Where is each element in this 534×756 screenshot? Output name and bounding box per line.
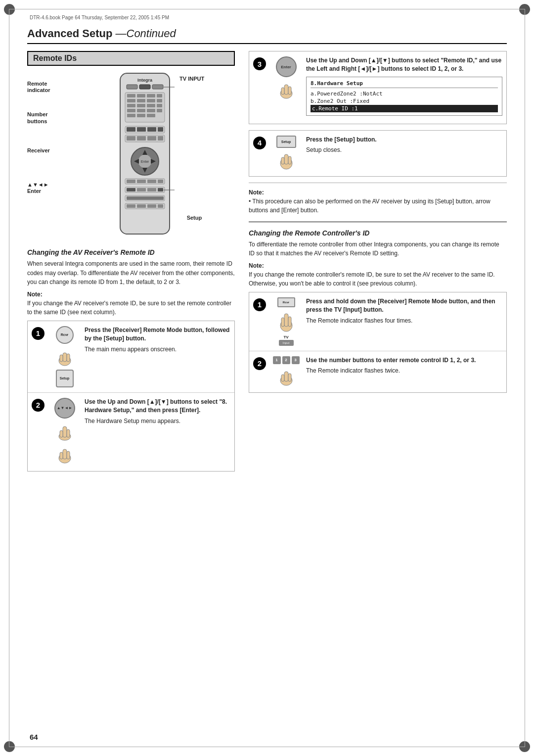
hand-icon-4	[275, 149, 297, 171]
svg-rect-56	[137, 204, 146, 208]
svg-rect-10	[127, 99, 135, 102]
svg-rect-17	[157, 104, 162, 107]
svg-rect-9	[157, 94, 162, 97]
receiver-icon-r1: Rcvr	[277, 297, 295, 307]
step1-instruction: Press the [Receiver] Remote Mode button,…	[85, 326, 230, 343]
right-note-box: Note: • This procedure can also be perfo…	[249, 183, 507, 215]
svg-rect-29	[158, 127, 163, 132]
right-note-label: Note:	[249, 189, 507, 196]
step4-description: Setup closes.	[306, 146, 502, 154]
right-step-3: 3 Enter Use the Up and Down [▲]/[▼] butt…	[249, 51, 506, 124]
remote-diagram: Remote indicator Number buttons Receiver…	[27, 71, 235, 240]
svg-rect-13	[157, 99, 162, 102]
svg-rect-32	[137, 136, 146, 141]
svg-rect-51	[158, 188, 163, 191]
right-step1-icon: Rcvr TV Input	[270, 297, 302, 346]
svg-text:Enter: Enter	[141, 160, 149, 163]
right-controller-step-2: 2 1 2 3	[249, 351, 506, 392]
setup-label: Setup	[187, 215, 202, 221]
remote-ids-header: Remote IDs	[27, 51, 235, 66]
svg-rect-62	[63, 353, 67, 362]
page-title: Advanced Setup —Continued	[27, 27, 507, 44]
left-step-1: 1 Rcvr Setup	[28, 321, 234, 393]
svg-rect-79	[288, 156, 291, 164]
left-intro-text: When several Integra components are used…	[27, 259, 235, 287]
svg-rect-58	[158, 204, 163, 208]
step3-text: Use the Up and Down [▲]/[▼] buttons to s…	[306, 56, 502, 119]
osd-title: 8.Hardware Setup	[311, 80, 498, 88]
label-number-buttons: Number buttons	[27, 111, 50, 124]
right-column: 3 Enter Use the Up and Down [▲]/[▼] butt…	[249, 51, 507, 472]
right-step-4-wrapper: 4 Setup Press the [Setup] button.	[249, 130, 507, 177]
svg-rect-57	[147, 204, 156, 208]
svg-rect-55	[127, 204, 135, 208]
right-step2-text: Use the number buttons to enter remote c…	[306, 356, 502, 376]
svg-rect-49	[137, 188, 146, 191]
svg-rect-4	[152, 85, 163, 89]
label-nav: ▲▼◄► Enter	[27, 182, 50, 194]
left-subsection-title: Changing the AV Receiver's Remote ID	[27, 248, 235, 256]
number-buttons-123: 1 2 3	[273, 356, 300, 364]
right-intro-text: To differentiate the remote controller f…	[249, 240, 507, 258]
remote-svg-wrap: TV INPUT Setup Integra	[55, 71, 235, 240]
corner-mark-bl	[4, 741, 15, 752]
svg-rect-2	[127, 85, 137, 89]
svg-rect-31	[127, 136, 135, 141]
step4-icon: Setup	[270, 136, 302, 171]
title-suffix: —Continued	[116, 27, 176, 40]
two-column-layout: Remote IDs Remote indicator Number butto…	[27, 51, 507, 472]
header-meta: DTR-4.6.book Page 64 Thursday, September…	[30, 15, 169, 20]
svg-rect-86	[284, 372, 288, 381]
right-step1-instruction: Press and hold down the [Receiver] Remot…	[306, 297, 502, 315]
remote-svg: Integra	[113, 71, 177, 239]
right-note2-label: Note:	[249, 262, 507, 269]
svg-rect-80	[281, 157, 284, 164]
right-step1-text: Press and hold down the [Receiver] Remot…	[306, 297, 502, 325]
svg-rect-18	[127, 109, 135, 112]
label-receiver: Receiver	[27, 147, 50, 154]
svg-rect-23	[137, 114, 145, 117]
step4-instruction: Press the [Setup] button.	[306, 136, 502, 144]
step2-icon: ▲▼◄►	[48, 398, 81, 466]
osd-line-2: b.Zone2 Out :Fixed	[311, 97, 498, 105]
right-step2-icon: 1 2 3	[270, 356, 302, 387]
remote-ids-title: Remote IDs	[33, 54, 77, 62]
corner-mark-tr	[519, 4, 530, 15]
title-main: Advanced Setup	[27, 27, 112, 40]
remote-labels: Remote indicator Number buttons Receiver…	[27, 71, 50, 197]
svg-rect-72	[60, 452, 63, 459]
svg-rect-82	[284, 314, 288, 327]
step2-description: The Hardware Setup menu appears.	[85, 417, 230, 425]
hand-icon-2b	[54, 444, 76, 466]
svg-text:Integra: Integra	[137, 78, 153, 83]
corner-mark-br	[519, 741, 530, 752]
svg-rect-21	[157, 109, 162, 112]
step3-badge: 3	[253, 57, 266, 70]
svg-rect-70	[63, 449, 67, 459]
page-number: 64	[30, 733, 38, 741]
svg-rect-74	[284, 85, 288, 94]
svg-rect-27	[137, 127, 146, 132]
svg-rect-45	[147, 180, 156, 183]
right-controller-steps-wrapper: 1 Rcvr TV Input	[249, 292, 507, 393]
left-step-2: 2 ▲▼◄►	[28, 393, 234, 471]
svg-rect-50	[147, 188, 156, 191]
hand-icon-2	[54, 421, 76, 442]
tv-input-icon: TV Input	[279, 335, 294, 346]
left-note-text: If you change the AV receiver's remote I…	[27, 299, 235, 317]
page-content: Advanced Setup —Continued Remote IDs Rem…	[27, 27, 507, 729]
svg-rect-83	[288, 317, 291, 327]
enter-circle-icon-3: Enter	[276, 56, 297, 77]
svg-rect-33	[147, 136, 156, 141]
step2-instruction: Use the Up and Down [▲]/[▼] buttons to s…	[85, 398, 230, 415]
corner-mark-tl	[4, 4, 15, 15]
step1-description: The main menu appears onscreen.	[85, 345, 230, 354]
svg-rect-14	[127, 104, 135, 107]
right-step2-badge: 2	[253, 357, 266, 370]
right-step2-instruction: Use the number buttons to enter remote c…	[306, 356, 502, 365]
right-step-4: 4 Setup Press the [Setup] button.	[249, 131, 506, 176]
step2-text: Use the Up and Down [▲]/[▼] buttons to s…	[85, 398, 230, 425]
left-steps-wrapper: 1 Rcvr Setup	[27, 321, 235, 472]
setup-btn-icon: Setup	[276, 136, 296, 148]
left-column: Remote IDs Remote indicator Number butto…	[27, 51, 235, 472]
